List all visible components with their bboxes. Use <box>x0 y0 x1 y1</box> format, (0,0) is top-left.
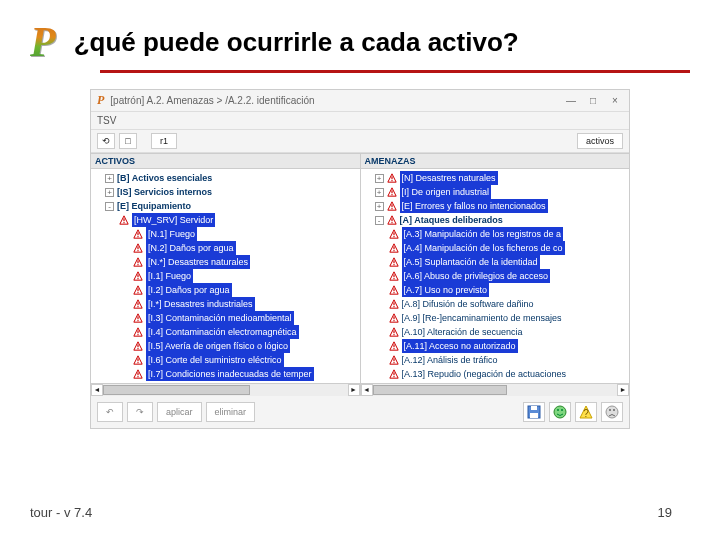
toolbar-btn-activos[interactable]: activos <box>577 133 623 149</box>
ok-face-icon[interactable] <box>549 402 571 422</box>
tree-item-label: [E] Errores y fallos no intencionados <box>400 199 548 213</box>
tree-row[interactable]: [I.2] Daños por agua <box>91 283 360 297</box>
svg-rect-32 <box>137 362 138 363</box>
tree-row[interactable]: [A.10] Alteración de secuencia <box>361 325 630 339</box>
activos-tree[interactable]: +[B] Activos esenciales+[IS] Servicios i… <box>91 169 360 383</box>
tree-row[interactable]: [A.12] Análisis de tráfico <box>361 353 630 367</box>
warning-icon <box>133 285 143 295</box>
tree-item-label: [A.6] Abuso de privilegios de acceso <box>402 269 551 283</box>
tree-item-label: [A.10] Alteración de secuencia <box>402 325 523 339</box>
toolbar-btn-r1[interactable]: r1 <box>151 133 177 149</box>
svg-point-91 <box>613 409 615 411</box>
tree-row[interactable]: [A.13] Repudio (negación de actuaciones <box>361 367 630 381</box>
amenazas-tree[interactable]: +[N] Desastres naturales+[I] De origen i… <box>361 169 630 383</box>
maximize-button[interactable]: □ <box>585 95 601 106</box>
tree-item-label: [I.6] Corte del suministro eléctrico <box>146 353 284 367</box>
h-scrollbar-right[interactable]: ◄ ► <box>361 383 630 395</box>
svg-point-90 <box>609 409 611 411</box>
tree-row[interactable]: [A.4] Manipulación de los ficheros de co <box>361 241 630 255</box>
svg-rect-80 <box>393 376 394 377</box>
tree-row[interactable]: +[E] Errores y fallos no intencionados <box>361 199 630 213</box>
tree-row[interactable]: +[B] Activos esenciales <box>91 171 360 185</box>
tree-item-label: [I.1] Fuego <box>146 269 193 283</box>
tree-row[interactable]: [A.6] Abuso de privilegios de acceso <box>361 269 630 283</box>
warning-icon <box>389 257 399 267</box>
apply-button[interactable]: aplicar <box>157 402 202 422</box>
expand-icon[interactable]: + <box>105 174 114 183</box>
tree-row[interactable]: [A.8] Difusión de software dañino <box>361 297 630 311</box>
warning-icon <box>133 257 143 267</box>
h-scrollbar-left[interactable]: ◄ ► <box>91 383 360 395</box>
collapse-icon[interactable]: - <box>105 202 114 211</box>
tree-row[interactable]: [I.6] Corte del suministro eléctrico <box>91 353 360 367</box>
svg-rect-41 <box>391 194 392 195</box>
scroll-left-icon[interactable]: ◄ <box>361 384 373 396</box>
redo-button[interactable]: ↷ <box>127 402 153 422</box>
svg-rect-34 <box>137 372 138 375</box>
warning-icon <box>389 299 399 309</box>
expand-icon[interactable]: + <box>375 202 384 211</box>
svg-point-85 <box>557 409 559 411</box>
tree-row[interactable]: [A.7] Uso no previsto <box>361 283 630 297</box>
tree-row[interactable]: [A.9] [Re-]encaminamiento de mensajes <box>361 311 630 325</box>
help-icon[interactable]: ? <box>575 402 597 422</box>
tree-row[interactable]: -[E] Equipamiento <box>91 199 360 213</box>
tree-row[interactable]: [A.11] Acceso no autorizado <box>361 339 630 353</box>
tree-row[interactable]: [HW_SRV] Servidor <box>91 213 360 227</box>
toolbar-btn-2[interactable]: □ <box>119 133 137 149</box>
toolbar-btn-1[interactable]: ⟲ <box>97 133 115 149</box>
scroll-left-icon[interactable]: ◄ <box>91 384 103 396</box>
undo-button[interactable]: ↶ <box>97 402 123 422</box>
svg-rect-73 <box>393 344 394 347</box>
tree-item-label: [I.4] Contaminación electromagnética <box>146 325 299 339</box>
svg-rect-61 <box>393 288 394 291</box>
tree-row[interactable]: +[N] Desastres naturales <box>361 171 630 185</box>
close-button[interactable]: × <box>607 95 623 106</box>
tree-row[interactable]: [I.*] Desastres industriales <box>91 297 360 311</box>
warning-icon <box>119 215 129 225</box>
tree-row[interactable]: [I.3] Contaminación medioambiental <box>91 311 360 325</box>
tree-row[interactable]: [A.5] Suplantación de la identidad <box>361 255 630 269</box>
tree-item-label: [A.4] Manipulación de los ficheros de co <box>402 241 565 255</box>
tab-tsv[interactable]: TSV <box>97 115 116 126</box>
tree-row[interactable]: [I.7] Condiciones inadecuadas de temper <box>91 367 360 381</box>
tree-item-label: [A.8] Difusión de software dañino <box>402 297 534 311</box>
footer-left: tour - v 7.4 <box>30 505 92 520</box>
tree-row[interactable]: [I.4] Contaminación electromagnética <box>91 325 360 339</box>
expand-icon[interactable]: + <box>105 188 114 197</box>
tree-row[interactable]: [A.3] Manipulación de los registros de a <box>361 227 630 241</box>
scroll-right-icon[interactable]: ► <box>617 384 629 396</box>
remove-button[interactable]: eliminar <box>206 402 256 422</box>
svg-rect-70 <box>393 330 394 333</box>
divider <box>100 70 690 73</box>
tree-item-label: [I.7] Condiciones inadecuadas de temper <box>146 367 314 381</box>
collapse-icon[interactable]: - <box>375 216 384 225</box>
tree-row[interactable]: -[A] Ataques deliberados <box>361 213 630 227</box>
tree-item-label: [A.11] Acceso no autorizado <box>402 339 518 353</box>
sad-face-icon[interactable] <box>601 402 623 422</box>
tree-row[interactable]: [N.*] Desastres naturales <box>91 255 360 269</box>
tree-row[interactable]: [N.1] Fuego <box>91 227 360 241</box>
tree-row[interactable]: [I.5] Avería de origen físico o lógico <box>91 339 360 353</box>
warning-icon <box>389 229 399 239</box>
warning-icon <box>133 243 143 253</box>
tree-row[interactable]: [I.1] Fuego <box>91 269 360 283</box>
save-icon[interactable] <box>523 402 545 422</box>
tree-row[interactable]: +[IS] Servicios internos <box>91 185 360 199</box>
tree-row[interactable]: +[I] De origen industrial <box>361 185 630 199</box>
svg-rect-44 <box>391 208 392 209</box>
svg-rect-17 <box>137 292 138 293</box>
minimize-button[interactable]: — <box>563 95 579 106</box>
svg-rect-13 <box>137 274 138 277</box>
expand-icon[interactable]: + <box>375 188 384 197</box>
expand-icon[interactable]: + <box>375 174 384 183</box>
warning-icon <box>387 187 397 197</box>
warning-icon <box>389 243 399 253</box>
tree-item-label: [N] Desastres naturales <box>400 171 498 185</box>
warning-icon <box>389 271 399 281</box>
svg-rect-53 <box>393 250 394 251</box>
svg-rect-68 <box>393 320 394 321</box>
tree-row[interactable]: [N.2] Daños por agua <box>91 241 360 255</box>
scroll-right-icon[interactable]: ► <box>348 384 360 396</box>
svg-rect-14 <box>137 278 138 279</box>
